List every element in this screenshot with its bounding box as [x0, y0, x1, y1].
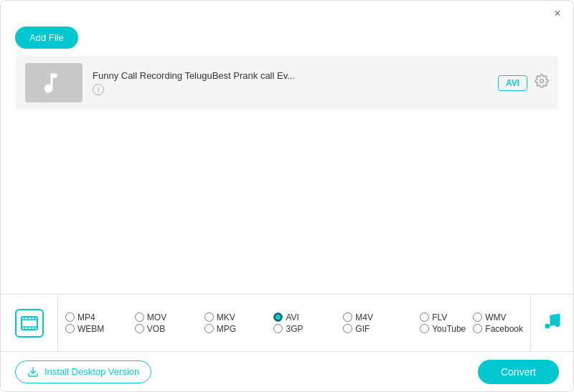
install-label: Install Desktop Version [44, 366, 139, 377]
format-option-avi[interactable]: AVI [273, 312, 343, 322]
toolbar: Add File [1, 27, 573, 56]
format-option-mpg[interactable]: MPG [204, 324, 274, 334]
format-option-facebook[interactable]: Facebook [466, 324, 523, 334]
format-radio-mpg[interactable] [204, 324, 214, 333]
format-option-mp4[interactable]: MP4 [65, 312, 135, 322]
file-thumbnail [25, 63, 83, 102]
format-label-mp4: MP4 [77, 312, 95, 322]
audio-icon-area[interactable] [530, 295, 573, 351]
format-radio-3gp[interactable] [273, 324, 283, 333]
format-radio-m4v[interactable] [343, 312, 352, 322]
format-radio-avi[interactable] [273, 312, 283, 322]
close-icon: × [554, 7, 560, 20]
format-radio-vob[interactable] [135, 324, 144, 333]
format-option-wmv[interactable]: WMV [466, 312, 523, 322]
film-icon [21, 316, 38, 330]
svg-point-12 [545, 323, 550, 328]
format-label-gif: GIF [355, 324, 370, 334]
format-option-webm[interactable]: WEBM [65, 324, 135, 334]
format-label-facebook: Facebook [485, 324, 523, 334]
format-radio-flv[interactable] [420, 312, 429, 322]
svg-point-0 [540, 80, 544, 83]
svg-point-13 [555, 322, 560, 327]
format-label-avi: AVI [286, 312, 298, 322]
file-item: Funny Call Recording TeluguBest Prank ca… [15, 56, 559, 110]
audio-note-icon [542, 311, 563, 335]
file-list: Funny Call Recording TeluguBest Prank ca… [1, 56, 573, 294]
format-option-flv[interactable]: FLV [413, 312, 466, 322]
close-button[interactable]: × [550, 6, 565, 21]
format-label-m4v: M4V [355, 312, 373, 322]
format-label-3gp: 3GP [286, 324, 303, 334]
footer: Install Desktop Version Convert [1, 351, 573, 391]
format-radio-gif[interactable] [343, 324, 352, 333]
format-option-vob[interactable]: VOB [135, 324, 204, 334]
format-option-m4v[interactable]: M4V [343, 312, 413, 322]
title-bar: × [1, 1, 573, 27]
file-actions: AVI [498, 74, 549, 92]
format-options-grid: MP4 MOV MKV AVI M4V FLV WMV WEBM [58, 307, 530, 340]
format-radio-wmv[interactable] [473, 312, 482, 322]
format-label-mkv: MKV [217, 312, 235, 322]
file-info: Funny Call Recording TeluguBest Prank ca… [93, 70, 498, 95]
info-label: i [98, 86, 99, 94]
format-label-vob: VOB [147, 324, 165, 334]
format-radio-youtube[interactable] [420, 324, 429, 333]
format-option-mov[interactable]: MOV [135, 312, 204, 322]
settings-icon[interactable] [535, 74, 549, 92]
format-radio-webm[interactable] [65, 324, 75, 333]
format-option-3gp[interactable]: 3GP [273, 324, 343, 334]
install-desktop-button[interactable]: Install Desktop Version [15, 360, 151, 383]
info-icon[interactable]: i [93, 84, 104, 95]
music-icon [41, 70, 67, 96]
add-file-button[interactable]: Add File [15, 27, 78, 49]
file-meta: i [93, 84, 498, 95]
convert-button[interactable]: Convert [478, 360, 559, 384]
download-icon [27, 366, 39, 378]
format-radio-mp4[interactable] [65, 312, 75, 322]
format-label-webm: WEBM [77, 324, 104, 334]
format-radio-facebook[interactable] [473, 324, 482, 333]
format-label-mov: MOV [147, 312, 166, 322]
file-name: Funny Call Recording TeluguBest Prank ca… [93, 70, 498, 81]
format-label-youtube: YouTube [432, 324, 466, 334]
format-radio-mkv[interactable] [204, 312, 214, 322]
format-badge[interactable]: AVI [498, 75, 527, 91]
video-format-icon[interactable] [15, 309, 44, 338]
format-radio-mov[interactable] [135, 312, 144, 322]
format-label-wmv: WMV [485, 312, 506, 322]
format-bar: MP4 MOV MKV AVI M4V FLV WMV WEBM [1, 294, 573, 351]
format-option-mkv[interactable]: MKV [204, 312, 274, 322]
format-label-mpg: MPG [217, 324, 236, 334]
format-option-youtube[interactable]: YouTube [413, 324, 466, 334]
format-label-flv: FLV [432, 312, 447, 322]
format-option-gif[interactable]: GIF [343, 324, 413, 334]
format-icon-area [1, 295, 58, 351]
